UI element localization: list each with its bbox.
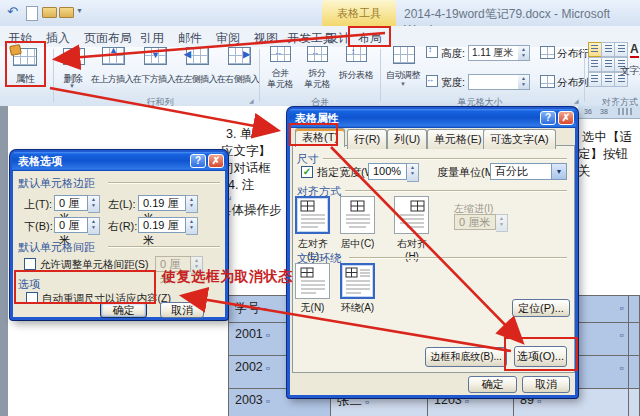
align-bottom-left-button[interactable] — [588, 72, 602, 87]
tab-pagelayout[interactable]: 页面布局 — [84, 30, 132, 47]
doc-text-line: 具体操作步 — [219, 202, 282, 219]
allow-spacing-checkbox[interactable] — [24, 258, 36, 270]
margin-right-input[interactable]: 0.19 厘米 — [138, 217, 186, 233]
split-table-button[interactable]: 拆分表格 — [334, 69, 378, 82]
insert-right-button[interactable]: 在右侧插入 — [216, 73, 260, 86]
cancel-button[interactable]: 取消 — [160, 302, 204, 318]
close-button[interactable]: ✗ — [558, 111, 574, 125]
annotation-text: 使复选框为取消状态 — [162, 268, 293, 286]
new-document-icon[interactable] — [26, 6, 38, 21]
specify-width-checkbox[interactable]: ✓ — [301, 166, 313, 178]
tab-cell[interactable]: 单元格(E) — [427, 129, 489, 149]
measure-unit-select[interactable]: 百分比 — [490, 163, 552, 180]
wrap-none-icon — [300, 267, 326, 295]
margin-bottom-stepper[interactable]: ▲▼ — [88, 217, 100, 235]
split-cells-button-line2[interactable]: 单元格 — [299, 78, 335, 91]
ok-button[interactable]: 确定 — [468, 376, 517, 393]
ruler-mark: 38 — [600, 108, 608, 115]
tab-alt-text[interactable]: 可选文字(A) — [483, 129, 556, 149]
align-left-thumbnail[interactable] — [295, 196, 330, 234]
insert-left-button[interactable]: 在左侧插入 — [174, 73, 218, 86]
insert-above-button[interactable]: 在上方插入 — [90, 73, 134, 86]
help-button[interactable]: ? — [190, 154, 206, 168]
section-divider — [108, 246, 220, 247]
align-right-thumbnail[interactable] — [394, 196, 429, 234]
arrow-right-icon: ▶ — [243, 49, 250, 59]
align-center-label: 居中(C) — [340, 237, 375, 251]
tab-review[interactable]: 审阅 — [216, 30, 240, 47]
align-center-icon — [345, 200, 371, 230]
wrap-none-label: 无(N) — [295, 301, 330, 315]
merge-arrows-icon: ↔ — [274, 48, 282, 57]
section-divider — [349, 257, 567, 258]
highlight-box-layout-tab — [348, 26, 391, 47]
margin-left-stepper[interactable]: ▲▼ — [186, 195, 198, 213]
highlight-box-options-button — [504, 337, 578, 371]
autofit-dropdown-icon[interactable]: ▼ — [400, 81, 406, 87]
tab-insert[interactable]: 插入 — [46, 30, 70, 47]
width-arrow-icon: ↔ — [426, 75, 434, 84]
wrap-around-icon — [345, 267, 371, 295]
folder-icon[interactable] — [59, 7, 74, 18]
align-center-thumbnail[interactable] — [340, 196, 375, 234]
page-margin-strip — [0, 106, 8, 416]
wrap-around-thumbnail[interactable] — [340, 263, 375, 299]
size-section-label: 尺寸 — [297, 152, 319, 167]
split-table-arrow-icon: ↕ — [351, 47, 355, 56]
margin-bottom-input[interactable]: 0 厘米 — [54, 217, 88, 233]
width-label: 宽度: — [441, 76, 465, 90]
text-direction-button[interactable]: 文字方向 — [620, 64, 640, 78]
contextual-tool-header: 表格工具 — [322, 0, 396, 26]
help-button[interactable]: ? — [540, 111, 556, 125]
margin-right-stepper[interactable]: ▲▼ — [186, 217, 198, 235]
align-top-left-button[interactable] — [588, 42, 602, 57]
align-center-left-button[interactable] — [588, 57, 602, 72]
height-label: 高度: — [441, 47, 465, 61]
insert-below-button[interactable]: 在下方插入 — [132, 73, 176, 86]
borders-shading-button[interactable]: 边框和底纹(B)... — [425, 347, 507, 367]
width-value-input[interactable]: 100% — [368, 163, 407, 180]
table-cell[interactable] — [628, 355, 640, 388]
positioning-button[interactable]: 定位(P)... — [512, 299, 570, 317]
tab-column[interactable]: 列(U) — [387, 129, 427, 149]
close-button[interactable]: ✗ — [208, 154, 224, 168]
table-cell[interactable] — [628, 295, 640, 322]
tab-references[interactable]: 引用 — [140, 30, 164, 47]
wrap-around-label: 环绕(A) — [340, 301, 375, 315]
rows-columns-launcher-icon[interactable]: ◢ — [249, 97, 254, 104]
table-cell[interactable] — [628, 322, 640, 355]
align-bottom-center-button[interactable] — [601, 72, 615, 87]
combo-arrow-icon[interactable]: ▼ — [552, 163, 567, 180]
qat-dropdown-icon[interactable]: ▼ — [76, 7, 83, 14]
tab-design[interactable]: 设计 — [326, 30, 350, 47]
undo-icon[interactable]: ↶ — [7, 4, 18, 19]
cancel-button[interactable]: 取消 — [522, 376, 570, 393]
ruler-column-marker[interactable] — [618, 108, 632, 115]
height-input[interactable]: 1.11 厘米 — [468, 45, 523, 61]
align-top-right-button[interactable] — [614, 42, 628, 57]
tab-row[interactable]: 行(R) — [347, 129, 387, 149]
ok-button[interactable]: 确定 — [100, 302, 147, 318]
height-stepper[interactable]: ▲▼ — [518, 45, 530, 61]
ribbon-divider — [584, 49, 585, 102]
width-value-stepper[interactable]: ▲▼ — [407, 163, 419, 182]
word-window: ↶ ▼ 表格工具 2014-4-19word笔记79.docx - Micros… — [0, 0, 640, 416]
height-arrow-icon: ↕ — [428, 45, 432, 54]
table-cell[interactable] — [628, 388, 640, 416]
doc-text-line: 4. 注 — [228, 177, 254, 194]
tab-mailings[interactable]: 邮件 — [178, 30, 202, 47]
width-stepper[interactable]: ▲▼ — [518, 74, 530, 90]
ruler-mark: 36 — [584, 108, 592, 115]
align-top-center-button[interactable] — [601, 42, 615, 57]
merge-cells-button-line2[interactable]: 单元格 — [262, 78, 298, 91]
delete-dropdown-icon[interactable]: ▼ — [69, 83, 75, 89]
tab-view[interactable]: 视图 — [254, 30, 278, 47]
cell-size-launcher-icon[interactable]: ◢ — [574, 97, 579, 104]
margin-left-input[interactable]: 0.19 厘米 — [138, 195, 186, 211]
align-center-button[interactable] — [601, 57, 615, 72]
margin-top-stepper[interactable]: ▲▼ — [88, 195, 100, 213]
wrap-none-thumbnail[interactable] — [295, 263, 330, 299]
open-folder-icon[interactable] — [42, 7, 57, 18]
width-input[interactable] — [468, 74, 523, 90]
margin-top-input[interactable]: 0 厘米 — [54, 195, 88, 211]
